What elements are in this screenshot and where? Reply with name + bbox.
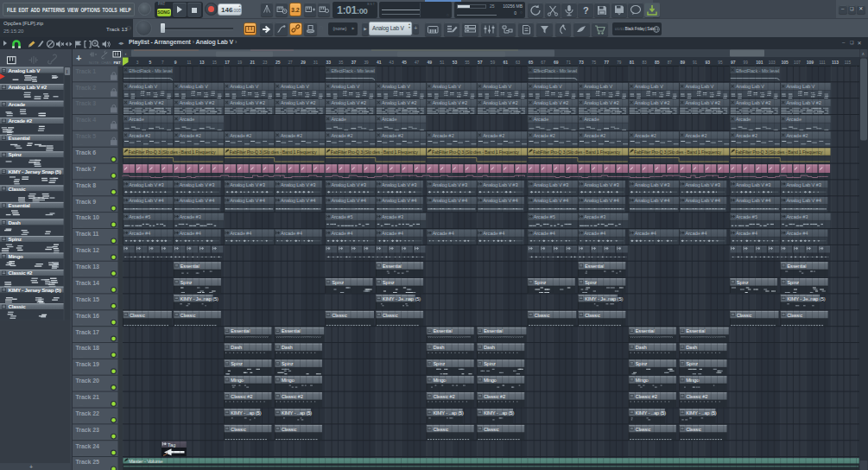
svg-text:Track 16: Track 16: [76, 313, 99, 319]
svg-text:PAT: PAT: [114, 60, 121, 65]
svg-text:11: 11: [187, 60, 191, 65]
svg-text:33: 33: [326, 60, 331, 65]
svg-text:...: ...: [79, 304, 83, 309]
svg-text:...: ...: [79, 174, 83, 179]
svg-text:71: 71: [567, 60, 572, 65]
svg-text:Classic: Classic: [9, 186, 27, 192]
svg-text:Track 10: Track 10: [76, 214, 99, 220]
svg-text:...: ...: [79, 206, 83, 212]
svg-text:19: 19: [238, 60, 243, 65]
svg-text:115: 115: [845, 60, 852, 65]
svg-text:Essential: Essential: [9, 202, 30, 208]
svg-text:103: 103: [769, 60, 776, 65]
svg-text:Dash: Dash: [9, 219, 22, 225]
svg-text:...: ...: [79, 451, 83, 456]
svg-text:63: 63: [516, 60, 521, 65]
svg-text:...: ...: [79, 239, 83, 245]
svg-text:CHAN: CHAN: [101, 60, 111, 65]
svg-text:...: ...: [79, 337, 83, 342]
svg-text:Track 25: Track 25: [76, 459, 99, 465]
svg-text:+: +: [76, 53, 81, 63]
svg-text:Track 15: Track 15: [76, 296, 99, 302]
svg-text:...: ...: [79, 190, 83, 195]
svg-text:101: 101: [756, 60, 763, 65]
svg-text:Analog Lab V #2: Analog Lab V #2: [9, 84, 48, 90]
svg-text:...: ...: [79, 385, 83, 391]
svg-text:89: 89: [680, 60, 685, 65]
svg-text:Track 23: Track 23: [76, 427, 99, 433]
svg-text:23: 23: [263, 60, 268, 65]
svg-text:Spinz: Spinz: [9, 236, 22, 242]
svg-text:?: ?: [583, 5, 589, 16]
svg-text:Track 20: Track 20: [76, 378, 99, 384]
svg-text:25: 25: [276, 60, 281, 65]
svg-text:Track 13: Track 13: [76, 264, 99, 270]
svg-text:15: 15: [212, 60, 218, 65]
svg-text:13: 13: [200, 60, 205, 65]
svg-text:Analog Lab V: Analog Lab V: [9, 67, 41, 73]
svg-text:83: 83: [642, 60, 647, 65]
svg-text:Classic #2: Classic #2: [9, 270, 34, 276]
svg-text:...: ...: [79, 141, 83, 146]
svg-text:Track 5: Track 5: [76, 133, 97, 139]
svg-text:53: 53: [453, 60, 458, 65]
svg-text:...: ...: [79, 271, 83, 276]
svg-text:KIMY - Jersey Snap (5): KIMY - Jersey Snap (5): [9, 287, 61, 293]
svg-text:111: 111: [819, 60, 826, 65]
svg-text:43: 43: [390, 60, 395, 65]
svg-text:5: 5: [149, 60, 152, 65]
svg-text:...: ...: [79, 288, 83, 293]
svg-text:Track 7: Track 7: [76, 166, 97, 172]
svg-text:105: 105: [782, 60, 789, 65]
svg-text:...: ...: [79, 157, 83, 162]
svg-text:79: 79: [617, 60, 622, 65]
svg-text:45: 45: [402, 60, 407, 65]
svg-text:31: 31: [314, 60, 319, 65]
svg-text:Track 19: Track 19: [76, 361, 99, 367]
svg-text:∧: ∧: [862, 51, 865, 56]
svg-text:Track 4: Track 4: [76, 117, 97, 123]
svg-text:85: 85: [655, 60, 660, 65]
svg-text:39: 39: [364, 60, 369, 65]
svg-text:107: 107: [794, 60, 801, 65]
svg-text:93: 93: [706, 60, 711, 65]
svg-text:73: 73: [579, 60, 584, 65]
svg-text:Track 9: Track 9: [76, 199, 97, 205]
svg-text:...: ...: [79, 109, 83, 114]
svg-text:...: ...: [79, 125, 83, 130]
svg-text:7: 7: [162, 60, 164, 65]
svg-text:35: 35: [339, 60, 344, 65]
svg-text:Track 18: Track 18: [76, 345, 99, 351]
svg-text:Essential: Essential: [9, 135, 30, 141]
svg-text:KIMY - Jersey Snap (5): KIMY - Jersey Snap (5): [9, 168, 61, 175]
svg-text:41: 41: [377, 60, 382, 65]
svg-text:49: 49: [428, 60, 433, 65]
svg-text:9: 9: [174, 60, 177, 65]
svg-text:59: 59: [491, 60, 496, 65]
svg-text:95: 95: [718, 60, 723, 65]
svg-text:Track 1: Track 1: [76, 68, 97, 74]
svg-text:Mingo: Mingo: [9, 253, 23, 259]
svg-text:17: 17: [225, 60, 230, 65]
svg-text:Arcade #2: Arcade #2: [9, 118, 33, 124]
svg-text:Track 8: Track 8: [76, 182, 97, 188]
svg-text:67: 67: [541, 60, 546, 65]
svg-text:...: ...: [79, 76, 83, 81]
svg-text:Track 6: Track 6: [76, 149, 97, 156]
svg-text:113: 113: [832, 60, 839, 65]
svg-text:...: ...: [79, 402, 83, 407]
svg-text:...: ...: [79, 435, 83, 440]
svg-text:Track 24: Track 24: [76, 443, 99, 449]
svg-text:...: ...: [79, 92, 83, 98]
svg-text:...: ...: [79, 321, 83, 326]
svg-text:65: 65: [529, 60, 534, 65]
svg-text:47: 47: [415, 60, 420, 65]
svg-text:99: 99: [744, 60, 749, 65]
svg-text:...: ...: [79, 370, 83, 375]
svg-text:Track 2: Track 2: [76, 85, 97, 91]
svg-text:27: 27: [288, 60, 294, 65]
svg-text:77: 77: [605, 60, 610, 65]
svg-text:57: 57: [478, 60, 483, 65]
svg-text:21: 21: [250, 60, 256, 65]
svg-text:...: ...: [79, 418, 83, 423]
